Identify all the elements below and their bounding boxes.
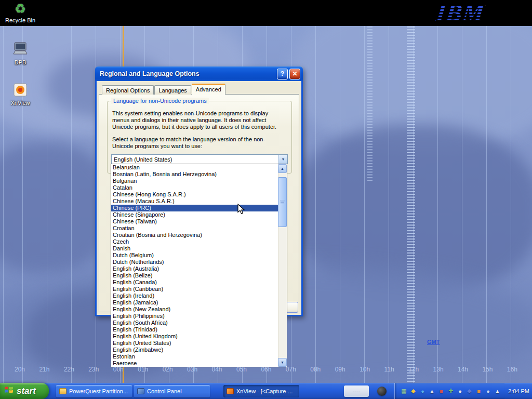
dropdown-list-item[interactable]: Chinese (Singapore) bbox=[111, 211, 278, 218]
dropdown-list-item[interactable]: Croatian (Bosnia and Herzegovina) bbox=[111, 232, 278, 238]
groupbox-title: Language for non-Unicode programs bbox=[111, 98, 209, 104]
tray-icon[interactable]: ✚ bbox=[447, 387, 455, 395]
dropdown-list-item[interactable]: English (Belize) bbox=[111, 272, 278, 279]
task-button-icon bbox=[59, 388, 66, 394]
tray-icon[interactable]: ■ bbox=[475, 387, 483, 395]
desktop-icon-label: XnView bbox=[2, 100, 38, 106]
scroll-up-icon[interactable]: ▲ bbox=[278, 164, 287, 173]
xnview-icon bbox=[2, 82, 38, 99]
windows-flag-icon bbox=[4, 385, 14, 396]
dropdown-list-item[interactable]: Chinese (Taiwan) bbox=[111, 218, 278, 225]
timezone-hour-label: 14h bbox=[458, 366, 468, 373]
task-button-label: XnView - [<Capture-... bbox=[236, 388, 292, 394]
dropdown-list-item[interactable]: English (South Africa) bbox=[111, 320, 278, 326]
timezone-hatched-band bbox=[367, 26, 373, 182]
dropdown-list-item[interactable]: English (Ireland) bbox=[111, 292, 278, 299]
close-icon[interactable]: ✕ bbox=[289, 69, 300, 79]
tray-icon[interactable]: ◆ bbox=[409, 387, 417, 395]
mouse-cursor bbox=[237, 204, 247, 215]
taskbar-task-button[interactable]: XnView - [<Capture-... bbox=[223, 385, 299, 397]
taskbar-program-icon[interactable] bbox=[377, 387, 387, 396]
dropdown-list-item[interactable]: Bulgarian bbox=[111, 178, 278, 184]
scrollbar-thumb[interactable] bbox=[278, 177, 287, 227]
top-banner: IBM bbox=[0, 0, 532, 26]
desktop-icon-recycle-bin[interactable]: ♻ Recycle Bin bbox=[2, 2, 38, 23]
dialog-title: Regional and Language Options bbox=[100, 70, 275, 77]
scrollbar[interactable]: ▲ ▼ bbox=[278, 164, 287, 367]
tray-icon[interactable]: ▦ bbox=[400, 387, 408, 395]
laptop-icon bbox=[2, 42, 38, 58]
scroll-down-icon[interactable]: ▼ bbox=[278, 358, 287, 367]
start-button[interactable]: start bbox=[0, 383, 49, 399]
timezone-hour-label: 21h bbox=[39, 366, 49, 373]
dropdown-list-item[interactable]: Chinese (PRC) bbox=[111, 205, 278, 211]
ibm-logo: IBM bbox=[435, 0, 486, 26]
timezone-hour-label: 20h bbox=[15, 366, 25, 373]
desktop-screen: IBM ♻ Recycle Bin DPB XnView bbox=[0, 0, 532, 399]
dropdown-list-item[interactable]: English (Caribbean) bbox=[111, 286, 278, 292]
task-button-label: PowerQuest Partition... bbox=[69, 388, 128, 394]
minimized-toolbar-button[interactable]: ---- bbox=[344, 385, 369, 397]
dropdown-list-item[interactable]: Bosnian (Latin, Bosnia and Herzegovina) bbox=[111, 171, 278, 178]
desktop-icon-dpb[interactable]: DPB bbox=[2, 42, 38, 65]
start-button-label: start bbox=[17, 386, 36, 396]
taskbar-task-button[interactable]: Control Panel bbox=[134, 385, 210, 397]
dropdown-list-item[interactable]: Faeroese bbox=[111, 360, 278, 367]
dropdown-list-item[interactable]: English (Canada) bbox=[111, 279, 278, 286]
taskbar: start PowerQuest Partition... Control Pa… bbox=[0, 383, 532, 399]
taskbar-task-button[interactable]: PowerQuest Partition... bbox=[56, 385, 132, 397]
dropdown-list-item[interactable]: Belarusian bbox=[111, 164, 278, 171]
dialog-tab[interactable]: Regional Options bbox=[102, 85, 154, 95]
dropdown-list-item[interactable]: Chinese (Macau S.A.R.) bbox=[111, 198, 278, 205]
dropdown-list-item[interactable]: Dutch (Netherlands) bbox=[111, 259, 278, 265]
task-button-icon bbox=[227, 388, 234, 394]
timezone-hour-label: 10h bbox=[360, 366, 370, 373]
desktop-icon-label: Recycle Bin bbox=[2, 17, 38, 23]
dropdown-list-item[interactable]: English (Zimbabwe) bbox=[111, 347, 278, 353]
timezone-hatched-band bbox=[407, 26, 415, 383]
dropdown-list-item[interactable]: English (Jamaica) bbox=[111, 299, 278, 306]
tray-icon[interactable]: ■ bbox=[437, 387, 445, 395]
desktop-icon-xnview[interactable]: XnView bbox=[2, 82, 38, 106]
dropdown-list-item[interactable]: Czech bbox=[111, 238, 278, 245]
dropdown-list-item[interactable]: Danish bbox=[111, 245, 278, 252]
timezone-hour-label: 13h bbox=[433, 366, 444, 373]
timezone-hour-label: 09h bbox=[335, 366, 345, 373]
timezone-hour-label: 16h bbox=[507, 366, 517, 373]
dropdown-list-item[interactable]: Estonian bbox=[111, 353, 278, 360]
dropdown-list-item[interactable]: English (New Zealand) bbox=[111, 306, 278, 313]
dialog-tab[interactable]: Advanced bbox=[192, 84, 225, 95]
timezone-hour-label: 15h bbox=[482, 366, 493, 373]
dropdown-list-item[interactable]: English (Philippines) bbox=[111, 313, 278, 320]
dialog-tab[interactable]: Languages bbox=[154, 85, 191, 95]
task-button-label: Control Panel bbox=[147, 388, 182, 394]
tray-icon[interactable]: ▲ bbox=[494, 387, 501, 395]
dropdown-list-item[interactable]: Catalan bbox=[111, 184, 278, 191]
chevron-down-icon[interactable]: ▼ bbox=[278, 155, 287, 164]
dialog-titlebar[interactable]: Regional and Language Options ? ✕ bbox=[95, 66, 303, 81]
dropdown-list-item[interactable]: English (Australia) bbox=[111, 265, 278, 272]
tray-icon[interactable]: ● bbox=[419, 387, 427, 395]
tray-icon[interactable]: ● bbox=[484, 387, 492, 395]
tray-icon[interactable]: ◆ bbox=[466, 387, 473, 395]
tray-icon[interactable]: ▲ bbox=[428, 387, 436, 395]
system-tray: ▦◆●▲■✚●◆■●▲ bbox=[394, 383, 504, 399]
dropdown-items: BelarusianBosnian (Latin, Bosnia and Her… bbox=[111, 164, 278, 367]
dropdown-list-item[interactable]: Croatian bbox=[111, 225, 278, 232]
dropdown-list-item[interactable]: English (United Kingdom) bbox=[111, 333, 278, 340]
combobox-value: English (United States) bbox=[112, 156, 278, 163]
help-button[interactable]: ? bbox=[277, 69, 288, 79]
dropdown-list-item[interactable]: Dutch (Belgium) bbox=[111, 252, 278, 259]
tray-icon[interactable]: ● bbox=[456, 387, 464, 395]
clock: 2:04 PM bbox=[508, 388, 532, 394]
dropdown-list-item[interactable]: English (Trinidad) bbox=[111, 326, 278, 333]
desktop-icon-label: DPB bbox=[2, 59, 38, 65]
timezone-hour-label: 11h bbox=[384, 366, 394, 373]
task-button-icon bbox=[137, 388, 144, 394]
dropdown-list-item[interactable]: Chinese (Hong Kong S.A.R.) bbox=[111, 191, 278, 198]
dropdown-list-item[interactable]: English (United States) bbox=[111, 340, 278, 347]
timezone-hour-label: 22h bbox=[64, 366, 74, 373]
instruction-text: Select a language to match the language … bbox=[112, 136, 285, 150]
gmt-label: GMT bbox=[427, 339, 440, 345]
language-combobox[interactable]: English (United States) ▼ bbox=[111, 154, 288, 164]
